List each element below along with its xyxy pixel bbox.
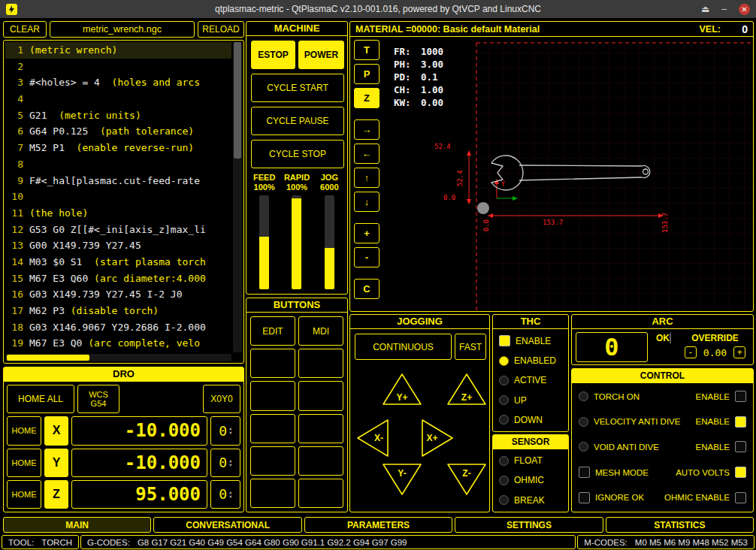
reload-button[interactable]: RELOAD <box>198 21 244 38</box>
gcode-line[interactable]: 17M62 P3 (disable torch) <box>5 303 231 319</box>
gcode-editor[interactable]: 1(metric wrench) 2 3#<holes> = 4 (holes … <box>3 40 244 364</box>
void-anti-dive-enable-checkbox[interactable] <box>735 441 746 452</box>
torch-enable-checkbox[interactable] <box>735 391 746 402</box>
custom-button-slot[interactable] <box>250 414 295 443</box>
cycle-stop-button[interactable]: CYCLE STOP <box>251 140 344 168</box>
override-plus-button[interactable]: + <box>733 346 745 358</box>
vertical-scrollbar-thumb[interactable] <box>234 42 241 159</box>
gcode-line[interactable]: 3#<holes> = 4 (holes and arcs <box>5 74 231 91</box>
axis-x-button[interactable]: X <box>44 416 68 445</box>
minimize-window-icon[interactable]: – <box>721 4 727 14</box>
close-window-icon[interactable]: ✕ <box>739 4 750 15</box>
horizontal-scrollbar-thumb[interactable] <box>7 355 89 361</box>
graphics-preview[interactable]: 52.4 52.4 0.0 0.0 153.7 153.7 <box>383 38 753 311</box>
custom-button-slot[interactable] <box>250 446 295 476</box>
clear-plot-button[interactable]: C <box>354 279 380 299</box>
jog-continuous-button[interactable]: CONTINUOUS <box>355 334 452 360</box>
dro-y-offset-spinbox[interactable]: 0 ▲▼ <box>210 449 240 477</box>
tab-parameters[interactable]: PARAMETERS <box>304 517 452 533</box>
ohmic-enable-checkbox[interactable] <box>735 492 746 503</box>
thc-enable-checkbox[interactable] <box>499 335 510 346</box>
pan-down-icon[interactable]: ↓ <box>354 192 380 212</box>
dro-z-offset-spinbox[interactable]: 0 ▲▼ <box>210 480 240 509</box>
spinbox-arrows-icon[interactable]: ▲▼ <box>229 458 232 467</box>
velocity-anti-dive-enable-checkbox[interactable] <box>735 416 746 428</box>
spinbox-arrows-icon[interactable]: ▲▼ <box>229 490 232 499</box>
wcs-button[interactable]: WCS G54 <box>77 385 119 413</box>
shade-window-icon[interactable]: ⏏ <box>701 4 709 14</box>
tab-conversational[interactable]: CONVERSATIONAL <box>153 517 301 533</box>
custom-button-slot[interactable] <box>298 381 343 410</box>
mesh-mode-checkbox[interactable] <box>579 467 590 478</box>
custom-button-slot[interactable] <box>298 414 343 443</box>
rapid-slider[interactable] <box>292 195 301 289</box>
gcode-line[interactable]: 2 <box>5 59 231 75</box>
horizontal-scrollbar[interactable] <box>5 354 231 361</box>
gcode-line[interactable]: 9F#<_hal[plasmac.cut-feed-rate <box>5 173 231 189</box>
gcode-line[interactable]: 15M67 E3 Q60 (arc diameter:4.000 <box>5 270 231 287</box>
pan-up-icon[interactable]: ↑ <box>354 168 380 188</box>
gcode-line[interactable]: 14M03 $0 S1 (start plasma torch <box>5 254 231 270</box>
pan-right-icon[interactable]: → <box>354 119 380 140</box>
custom-button-slot[interactable] <box>250 349 295 378</box>
custom-button-slot[interactable] <box>298 349 343 378</box>
zoom-out-button[interactable]: - <box>354 247 380 267</box>
gcode-line[interactable]: 12G53 G0 Z[[#<_ini[axis_z]max_li <box>5 222 231 238</box>
axis-y-button[interactable]: Y <box>44 449 68 477</box>
tab-settings[interactable]: SETTINGS <box>455 517 603 533</box>
gcode-line[interactable]: 8 <box>5 156 231 173</box>
power-button[interactable]: POWER <box>298 41 344 69</box>
feed-slider[interactable] <box>259 195 269 289</box>
jog-slider[interactable] <box>325 195 334 289</box>
mdi-button[interactable]: MDI <box>298 316 343 346</box>
dro-x-offset-spinbox[interactable]: 0 ▲▼ <box>210 416 240 445</box>
zoom-in-button[interactable]: + <box>354 223 380 243</box>
gcode-line[interactable]: 7M52 P1 (enable reverse-run) <box>5 140 231 156</box>
auto-volts-checkbox[interactable] <box>735 467 746 478</box>
home-all-button[interactable]: HOME ALL <box>7 385 74 413</box>
tab-statistics[interactable]: STATISTICS <box>606 517 754 533</box>
gcode-line[interactable]: 5G21 (metric units) <box>5 107 231 124</box>
clear-button[interactable]: CLEAR <box>3 21 47 38</box>
jog-y-minus-button[interactable]: Y- <box>381 462 423 497</box>
home-y-button[interactable]: HOME <box>7 449 41 477</box>
material-selector[interactable]: 00000: Basic default Material <box>411 24 540 35</box>
custom-button-slot[interactable] <box>298 446 343 476</box>
jog-z-plus-button[interactable]: Z+ <box>446 372 488 406</box>
view-perspective-button[interactable]: P <box>354 64 380 84</box>
home-x-button[interactable]: HOME <box>7 416 41 445</box>
cycle-pause-button[interactable]: CYCLE PAUSE <box>251 107 344 135</box>
dim-y-zero: 0.0 <box>443 194 455 201</box>
gcode-line[interactable]: 13G00 X149.739 Y27.45 <box>5 237 231 254</box>
gcode-line[interactable]: 4 <box>5 91 231 107</box>
gcode-line[interactable]: 10 <box>5 189 231 205</box>
ignore-ok-checkbox[interactable] <box>579 492 590 503</box>
custom-button-slot[interactable] <box>250 381 295 410</box>
gcode-line[interactable]: 6G64 P0.125 (path tolerance) <box>5 123 231 140</box>
jog-x-minus-button[interactable]: X- <box>355 417 390 459</box>
spinbox-arrows-icon[interactable]: ▲▼ <box>229 426 232 435</box>
custom-button-slot[interactable] <box>298 479 343 508</box>
cycle-start-button[interactable]: CYCLE START <box>251 74 344 102</box>
jog-z-minus-button[interactable]: Z- <box>446 462 488 497</box>
vertical-scrollbar[interactable] <box>233 42 242 352</box>
jog-y-plus-button[interactable]: Y+ <box>381 372 423 406</box>
override-minus-button[interactable]: - <box>685 346 697 358</box>
gcode-line[interactable]: 11(the hole) <box>5 205 231 222</box>
custom-button-slot[interactable] <box>250 479 295 508</box>
gcode-line[interactable]: 18G03 X146.9067 Y29.2686 I-2.000 <box>5 319 231 336</box>
tab-main[interactable]: MAIN <box>3 517 151 533</box>
gcode-line[interactable]: 16G03 X149.739 Y27.45 I-2 J0 <box>5 286 231 303</box>
zero-xy-button[interactable]: X0Y0 <box>203 385 240 413</box>
jog-x-plus-button[interactable]: X+ <box>420 417 455 459</box>
pan-left-icon[interactable]: ← <box>354 144 380 164</box>
home-z-button[interactable]: HOME <box>7 480 41 509</box>
jog-fast-button[interactable]: FAST <box>455 334 486 360</box>
gcode-line[interactable]: 19M67 E3 Q0 (arc complete, velo <box>5 335 231 352</box>
view-z-button[interactable]: Z <box>354 88 380 108</box>
view-top-button[interactable]: T <box>354 40 380 60</box>
estop-button[interactable]: ESTOP <box>251 41 295 69</box>
gcode-line[interactable]: 1(metric wrench) <box>5 42 231 59</box>
axis-z-button[interactable]: Z <box>44 480 68 509</box>
edit-button[interactable]: EDIT <box>250 316 295 346</box>
